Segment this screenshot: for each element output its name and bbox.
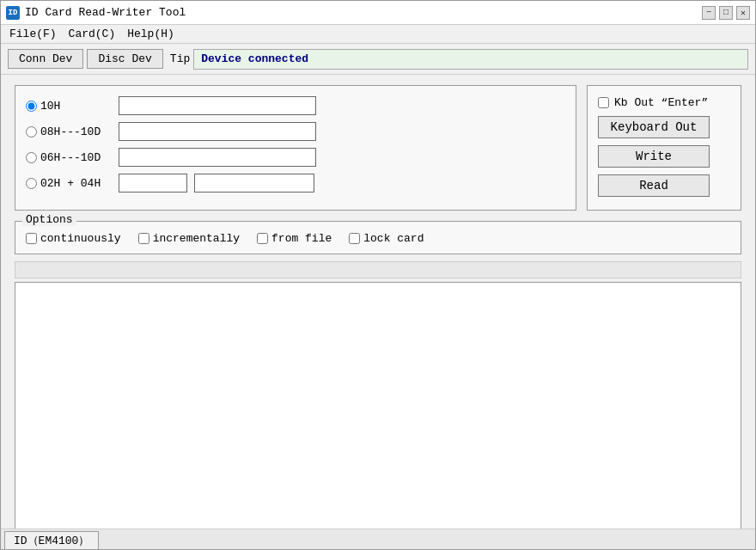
progress-bar <box>15 261 741 278</box>
checkbox-lock-card[interactable] <box>349 233 360 244</box>
radio-label-10h[interactable]: 10H <box>26 100 112 113</box>
device-status: Device connected <box>193 49 748 70</box>
checkbox-continuously[interactable] <box>26 233 37 244</box>
options-group: Options continuously incrementally from … <box>15 221 741 254</box>
option-from-file[interactable]: from file <box>257 232 332 245</box>
radio-row-02h: 02H + 04H <box>26 174 565 192</box>
status-tab[interactable]: ID（EM4100） <box>4 531 99 550</box>
radio-label-08h[interactable]: 08H---10D <box>26 125 112 138</box>
kb-out-label: Kb Out “Enter” <box>614 96 708 109</box>
keyboard-out-button[interactable]: Keyboard Out <box>598 116 710 138</box>
conn-dev-button[interactable]: Conn Dev <box>8 49 83 69</box>
minimize-button[interactable]: − <box>702 6 716 20</box>
radio-label-06h[interactable]: 06H---10D <box>26 151 112 164</box>
write-button[interactable]: Write <box>598 145 710 168</box>
status-bar: ID（EM4100） <box>1 529 755 550</box>
kb-out-checkbox[interactable] <box>598 97 609 108</box>
input-08h[interactable] <box>119 122 316 141</box>
menu-bar: File(F) Card(C) Help(H) <box>1 25 755 44</box>
option-incrementally[interactable]: incrementally <box>138 232 240 245</box>
option-continuously[interactable]: continuously <box>26 232 121 245</box>
input-10h[interactable] <box>119 96 316 115</box>
options-legend: Options <box>22 213 76 226</box>
options-row: continuously incrementally from file loc… <box>26 229 730 245</box>
toolbar: Conn Dev Disc Dev Tip Device connected <box>1 44 755 75</box>
checkbox-from-file[interactable] <box>257 233 268 244</box>
input-02h-b[interactable] <box>194 174 314 192</box>
title-buttons: − □ ✕ <box>702 6 750 20</box>
tip-label: Tip <box>170 52 190 65</box>
radio-row-06h: 06H---10D <box>26 148 565 167</box>
checkbox-incrementally[interactable] <box>138 233 149 244</box>
output-area[interactable] <box>15 282 741 550</box>
radio-06h[interactable] <box>26 152 37 163</box>
main-content: 10H 08H---10D 06H---10D <box>1 75 755 221</box>
option-lock-card[interactable]: lock card <box>349 232 424 245</box>
radio-row-10h: 10H <box>26 96 565 115</box>
title-text: ID Card Read-Writer Tool <box>25 6 186 19</box>
left-panel: 10H 08H---10D 06H---10D <box>15 85 576 211</box>
body-wrapper: 10H 08H---10D 06H---10D <box>1 75 755 550</box>
right-panel: Kb Out “Enter” Keyboard Out Write Read <box>587 85 741 211</box>
title-bar: ID ID Card Read-Writer Tool − □ ✕ <box>1 1 755 25</box>
close-button[interactable]: ✕ <box>736 6 750 20</box>
read-button[interactable]: Read <box>598 174 710 197</box>
menu-help[interactable]: Help(H) <box>122 27 180 41</box>
input-06h[interactable] <box>119 148 316 167</box>
menu-file[interactable]: File(F) <box>4 27 62 41</box>
kb-out-row: Kb Out “Enter” <box>598 96 730 109</box>
radio-02h[interactable] <box>26 178 37 189</box>
disc-dev-button[interactable]: Disc Dev <box>87 49 162 69</box>
radio-label-02h[interactable]: 02H + 04H <box>26 177 112 190</box>
title-left: ID ID Card Read-Writer Tool <box>6 6 186 20</box>
menu-card[interactable]: Card(C) <box>64 27 121 41</box>
maximize-button[interactable]: □ <box>719 6 733 20</box>
radio-08h[interactable] <box>26 126 37 138</box>
radio-row-08h: 08H---10D <box>26 122 565 141</box>
app-icon: ID <box>6 6 20 20</box>
radio-10h[interactable] <box>26 101 37 112</box>
input-02h-a[interactable] <box>119 174 187 192</box>
